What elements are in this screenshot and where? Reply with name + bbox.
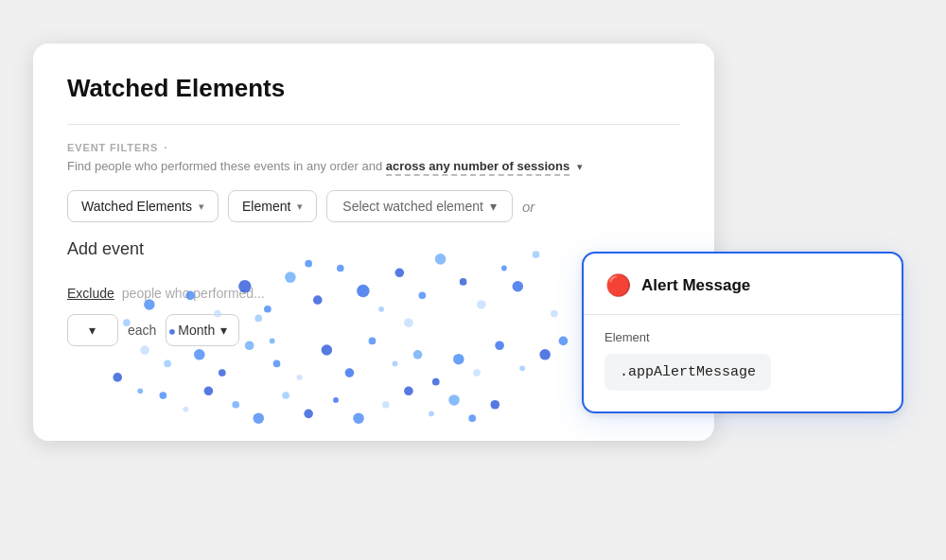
- exclude-description: people who performed...: [122, 286, 265, 301]
- or-label: or: [522, 199, 534, 215]
- add-event-button[interactable]: Add event: [67, 239, 144, 259]
- filter-row: Watched Elements ▾ Element ▾ Select watc…: [67, 190, 680, 222]
- select-element-chevron-icon: ▾: [490, 199, 497, 214]
- alert-code-value: .appAlertMessage: [604, 354, 771, 391]
- event-filters-label: EVENT FILTERS: [67, 142, 158, 153]
- alert-icon: 🔴: [604, 272, 631, 299]
- element-dropdown[interactable]: Element ▾: [228, 190, 317, 222]
- alert-card-header: 🔴 Alert Message: [584, 254, 902, 314]
- alert-card-body: Element .appAlertMessage: [584, 315, 902, 411]
- exclude-link[interactable]: Exclude: [67, 286, 114, 301]
- count-dropdown[interactable]: ▾: [67, 314, 118, 346]
- alert-field-label: Element: [604, 330, 881, 344]
- event-filters-row: EVENT FILTERS · Find people who performe…: [67, 142, 680, 173]
- count-chevron-icon: ▾: [89, 323, 96, 338]
- page-title: Watched Elements: [67, 74, 680, 103]
- sessions-chevron-icon[interactable]: ▾: [577, 161, 583, 173]
- month-chevron-icon: ▾: [220, 323, 227, 338]
- element-chevron-icon: ▾: [297, 201, 303, 213]
- event-filters-description: Find people who performed these events i…: [67, 159, 583, 173]
- watched-elements-chevron-icon: ▾: [199, 201, 204, 213]
- event-filters-dot: ·: [164, 142, 167, 153]
- alert-popup-card: 🔴 Alert Message Element .appAlertMessage: [582, 252, 903, 413]
- alert-card-title: Alert Message: [641, 276, 750, 295]
- title-divider: [67, 124, 680, 125]
- month-dropdown[interactable]: Month ▾: [166, 314, 239, 346]
- each-label: each: [128, 323, 156, 338]
- watched-elements-dropdown[interactable]: Watched Elements ▾: [67, 190, 219, 222]
- select-watched-element-dropdown[interactable]: Select watched element ▾: [326, 190, 513, 222]
